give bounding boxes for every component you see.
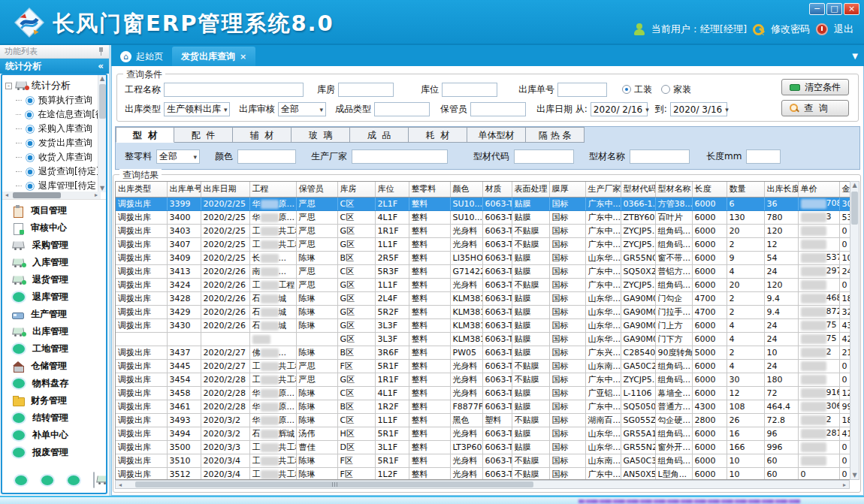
length-input[interactable] [746, 149, 781, 164]
table-row[interactable]: 调拨出库34942020/3/2石辉城汤伟H区5R1F整料光身料6063-T5贴… [116, 427, 850, 440]
stats-section-header[interactable]: 统计分析 « [0, 59, 109, 74]
tree-item[interactable]: 预算执行查询 [16, 93, 104, 107]
keeper-input[interactable] [470, 102, 526, 116]
material-tab-型材[interactable]: 型 材 [116, 127, 174, 143]
change-password-link[interactable]: 修改密码 [771, 23, 810, 36]
column-header[interactable]: 出库长度 [764, 182, 798, 197]
project-name-input[interactable] [164, 83, 304, 97]
material-tab-耗材[interactable]: 耗 材 [409, 127, 467, 143]
column-header[interactable]: 工程 [249, 182, 296, 197]
factory-input[interactable] [352, 149, 448, 164]
material-tab-配件[interactable]: 配 件 [174, 127, 233, 143]
audit-select[interactable]: 全部▾ [278, 102, 326, 116]
column-header[interactable]: 颜色 [450, 182, 482, 197]
sidebar-item-生产管理[interactable]: 生产管理 [2, 306, 106, 323]
search-button[interactable]: 查 询 [781, 100, 849, 116]
table-row[interactable]: 调拨出库34932020/3/2华原...陈琳C区1L1F整料黑色塑料不贴膜国标… [116, 413, 850, 427]
table-row[interactable]: G区3L3F整料KLM38176063-T5贴膜国标山东华...GA90M09.… [116, 332, 850, 346]
column-header[interactable]: 材质 [482, 182, 512, 197]
profile-name-input[interactable] [630, 149, 690, 164]
module-dot-icon[interactable] [15, 475, 27, 485]
column-header[interactable]: 单价 [798, 182, 839, 197]
column-header[interactable]: 型材代码 [621, 182, 655, 197]
profile-code-input[interactable] [514, 149, 574, 164]
table-row[interactable]: 调拨出库34282020/2/26石城陈琳G区2L4F整料KLM38176063… [116, 291, 850, 305]
table-row[interactable]: 调拨出库34092020/2/25长...陈琳B区2R5F整料LI35HO606… [116, 251, 850, 264]
scroll-up-icon[interactable]: ▲ [850, 182, 859, 189]
sidebar-item-项目管理[interactable]: 项目管理 [2, 202, 106, 219]
column-header[interactable]: 库房 [337, 182, 375, 197]
tree-item[interactable]: 退货查询[待定] [16, 164, 104, 179]
tab-home[interactable]: ⌂ 起始页 [111, 47, 172, 66]
tree-item[interactable]: 收货入库查询 [16, 150, 104, 164]
table-row[interactable]: 调拨出库34242020/2/26工工程严思G区1L1F整料光身料6063-T5… [116, 278, 850, 291]
tree-vertical-scrollbar[interactable]: ▲ ▼ [98, 75, 106, 192]
table-horizontal-scrollbar[interactable]: ◂ ▸ [115, 480, 850, 489]
scroll-up-icon[interactable]: ▲ [98, 75, 106, 83]
table-row[interactable]: 调拨出库33992020/2/25华原...严思C区2L1F整料SU10...6… [116, 197, 850, 210]
material-tab-成品[interactable]: 成 品 [350, 127, 409, 143]
table-row[interactable]: 调拨出库34292020/2/26石城陈琳G区5R2F整料KLM38176063… [116, 305, 850, 318]
column-header[interactable]: 型材名称 [655, 182, 692, 197]
tree-item[interactable]: 在途信息查询[待 [16, 107, 104, 122]
tree-expander-icon[interactable]: - [5, 83, 12, 89]
table-row[interactable]: 调拨出库34372020/2/27佛...陈琳B区3R6F整料PW056063-… [116, 346, 850, 359]
column-header[interactable]: 整零料 [409, 182, 450, 197]
scroll-right-icon[interactable]: ▸ [840, 481, 849, 488]
pin-icon[interactable] [98, 47, 104, 56]
material-tab-单体型材[interactable]: 单体型材 [467, 127, 526, 143]
product-type-input[interactable] [374, 102, 430, 116]
table-row[interactable]: 调拨出库34032020/2/25工共工程严思G区1R1F整料光身料6063-T… [116, 224, 850, 237]
logout-link[interactable]: 退出 [834, 23, 853, 36]
material-tab-玻璃[interactable]: 玻 璃 [292, 127, 350, 143]
sidebar-item-采购管理[interactable]: 采购管理 [2, 237, 106, 254]
sidebar-item-审核中心[interactable]: 审核中心 [2, 219, 106, 237]
column-header[interactable]: 保管员 [296, 182, 337, 197]
scroll-right-icon[interactable]: ▸ [92, 192, 101, 198]
table-row[interactable]: 调拨出库34612020/2/28华原...陈琳B区1R2F整料F8877FT6… [116, 400, 850, 413]
sidebar-item-出库管理[interactable]: 出库管理 [2, 323, 106, 340]
warehouse-input[interactable] [338, 83, 394, 97]
column-header[interactable]: 长度 [692, 182, 727, 197]
date-from-picker[interactable]: 2020/ 2/16▾ [591, 102, 648, 116]
column-header[interactable]: 出库日期 [201, 182, 249, 197]
location-input[interactable] [442, 83, 497, 97]
date-to-picker[interactable]: 2020/ 3/16▾ [670, 102, 727, 116]
radio-gongzhuang[interactable]: 工装 [622, 83, 652, 96]
scroll-down-icon[interactable]: ▼ [850, 472, 859, 479]
table-row[interactable]: 调拨出库34582020/2/28华原...陈琳C区4L1F整料光身料6063-… [116, 386, 850, 400]
radio-jiazhuang[interactable]: 家装 [661, 83, 691, 96]
column-header[interactable]: 出库类型 [116, 182, 167, 197]
table-row[interactable]: 调拨出库34302020/2/26石城陈琳G区3L3F整料KLM38176063… [116, 318, 850, 332]
sidebar-item-工地管理[interactable]: 工地管理 [2, 340, 106, 358]
tab-shipment-outbound-query[interactable]: 发货出库查询 × [172, 47, 255, 66]
column-header[interactable]: 出库单号 [167, 182, 201, 197]
out-type-select[interactable]: 生产领料出库▾ [164, 102, 230, 116]
table-row[interactable]: 调拨出库35002020/3/3工共工程曹佳D区3L1F整料LT3P606063… [116, 440, 850, 454]
module-dot-icon[interactable] [68, 475, 80, 485]
sidebar-item-报废管理[interactable]: 报废管理 [2, 444, 106, 461]
module-dot-icon[interactable] [41, 475, 53, 485]
tab-list-caret-icon[interactable]: ▼ [852, 52, 858, 60]
material-tab-辅材[interactable]: 辅 材 [233, 127, 292, 143]
close-button[interactable]: × [844, 3, 859, 15]
cart-module-button[interactable] [93, 472, 95, 488]
sidebar-item-入库管理[interactable]: 入库管理 [2, 254, 106, 271]
tree-item[interactable]: 采购入库查询 [16, 122, 104, 136]
scrollbar-thumb[interactable] [99, 84, 106, 119]
scrollbar-thumb[interactable] [135, 481, 533, 487]
sidebar-item-仓储管理[interactable]: 仓储管理 [2, 358, 106, 375]
scroll-left-icon[interactable]: ◂ [2, 192, 11, 198]
table-row[interactable]: 调拨出库34072020/2/25工共工程严思G区1L1F整料光身料6063-T… [116, 237, 850, 251]
table-row[interactable]: 调拨出库34002020/2/25华原...严思C区4L1F整料SU10...6… [116, 210, 850, 224]
sidebar-item-退库管理[interactable]: 退库管理 [2, 288, 106, 306]
order-no-input[interactable] [557, 83, 607, 97]
column-header[interactable]: 生产厂家 [585, 182, 621, 197]
part-select[interactable]: 全部▾ [156, 149, 200, 164]
scrollbar-thumb[interactable] [851, 192, 858, 225]
column-header[interactable]: 表面处理 [512, 182, 549, 197]
sidebar-item-退货管理[interactable]: 退货管理 [2, 271, 106, 288]
table-vertical-scrollbar[interactable]: ▲ ▼ [850, 181, 859, 480]
sidebar-item-物料盘存[interactable]: 物料盘存 [2, 375, 106, 392]
sidebar-item-结转管理[interactable]: 结转管理 [2, 409, 106, 427]
